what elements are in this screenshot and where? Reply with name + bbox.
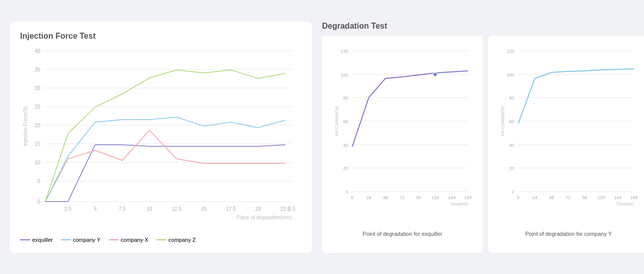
injection-force-chart: .axis-label { font-size: 10px; fill: #aa… <box>20 46 302 234</box>
svg-text:20: 20 <box>509 166 514 171</box>
svg-text:Time(Hr): Time(Hr) <box>616 202 634 207</box>
legend-companyY-line <box>61 239 71 240</box>
svg-text:40: 40 <box>35 48 41 54</box>
svg-text:5: 5 <box>37 178 40 184</box>
legend-companyX: company X <box>109 237 148 243</box>
svg-text:35: 35 <box>35 67 41 72</box>
svg-text:15: 15 <box>201 206 207 212</box>
svg-text:25: 25 <box>35 104 41 110</box>
dashboard: Injection Force Test .axis-label { font-… <box>10 22 634 253</box>
svg-text:10: 10 <box>35 160 41 165</box>
svg-text:120: 120 <box>431 195 439 200</box>
svg-text:20: 20 <box>255 206 261 212</box>
svg-text:40: 40 <box>343 143 348 148</box>
svg-text:80: 80 <box>343 96 348 101</box>
degradation-exquiller-label: Point of degradation for exquiller <box>332 231 473 237</box>
svg-text:40: 40 <box>509 143 514 148</box>
svg-text:120: 120 <box>507 49 514 54</box>
svg-text:20: 20 <box>35 123 41 128</box>
svg-text:Time(Hr): Time(Hr) <box>450 202 468 207</box>
injection-force-title: Injection Force Test <box>20 32 302 41</box>
degradation-title: Degradation Test <box>322 22 644 31</box>
injection-legend: exquiller company Y company X company Z <box>20 237 302 243</box>
svg-text:12.5: 12.5 <box>172 206 182 212</box>
svg-text:0: 0 <box>512 190 514 195</box>
legend-companyZ-label: company Z <box>169 237 196 243</box>
svg-text:0: 0 <box>37 199 40 205</box>
svg-text:168: 168 <box>464 195 471 200</box>
legend-companyY-label: company Y <box>73 237 101 243</box>
svg-text:10: 10 <box>146 206 152 212</box>
svg-text:48: 48 <box>383 195 388 200</box>
degradation-exquiller-card: .axis-label2 { font-size: 9px; fill: #aa… <box>322 36 483 253</box>
svg-text:6: 6 <box>517 195 519 200</box>
svg-text:7.5: 7.5 <box>119 206 126 212</box>
svg-text:15: 15 <box>35 141 41 147</box>
svg-text:5: 5 <box>94 206 97 212</box>
degradation-charts: .axis-label2 { font-size: 9px; fill: #aa… <box>322 36 644 253</box>
svg-text:60: 60 <box>509 119 514 124</box>
svg-text:2.5: 2.5 <box>64 206 71 212</box>
legend-companyZ-line <box>156 239 167 240</box>
svg-text:100: 100 <box>341 72 348 77</box>
svg-text:72: 72 <box>399 195 405 200</box>
svg-text:Injection Force(N): Injection Force(N) <box>23 106 28 146</box>
svg-text:80: 80 <box>509 96 514 101</box>
degradation-section: Degradation Test .axis-label2 { font-siz… <box>322 22 644 253</box>
svg-text:17.5: 17.5 <box>226 206 236 212</box>
svg-text:30: 30 <box>35 85 41 91</box>
svg-text:100: 100 <box>507 72 514 77</box>
legend-exquiller-label: exquiller <box>32 237 53 243</box>
degradation-companyY-card: 120 100 80 60 40 20 0 HA Content(%) 6 24… <box>488 36 644 253</box>
legend-companyX-line <box>109 239 119 240</box>
svg-text:HA Content(%): HA Content(%) <box>500 106 505 136</box>
svg-text:2.5: 2.5 <box>288 206 295 212</box>
svg-text:144: 144 <box>448 195 455 200</box>
svg-text:Place of disposition(mm): Place of disposition(mm) <box>237 215 292 220</box>
svg-text:HA Content(%): HA Content(%) <box>334 106 339 136</box>
svg-text:72: 72 <box>566 195 571 200</box>
svg-text:24: 24 <box>366 195 371 200</box>
svg-point-54 <box>433 72 437 76</box>
svg-text:144: 144 <box>614 195 621 200</box>
svg-text:20: 20 <box>343 166 348 171</box>
svg-text:168: 168 <box>630 195 637 200</box>
injection-force-section: Injection Force Test .axis-label { font-… <box>10 22 312 253</box>
svg-text:24: 24 <box>532 195 537 200</box>
svg-text:6: 6 <box>351 195 353 200</box>
legend-exquiller-line <box>20 239 30 240</box>
legend-exquiller: exquiller <box>20 237 53 243</box>
svg-text:120: 120 <box>597 195 605 200</box>
svg-text:60: 60 <box>343 119 348 124</box>
degradation-companyY-label: Point of degradation for company Y <box>498 231 639 237</box>
legend-companyX-label: company X <box>121 237 148 243</box>
svg-text:96: 96 <box>582 195 587 200</box>
svg-text:48: 48 <box>549 195 554 200</box>
svg-text:120: 120 <box>341 49 348 54</box>
svg-text:0: 0 <box>346 190 348 195</box>
svg-text:96: 96 <box>416 195 421 200</box>
legend-companyZ: company Z <box>156 237 196 243</box>
legend-companyY: company Y <box>61 237 101 243</box>
